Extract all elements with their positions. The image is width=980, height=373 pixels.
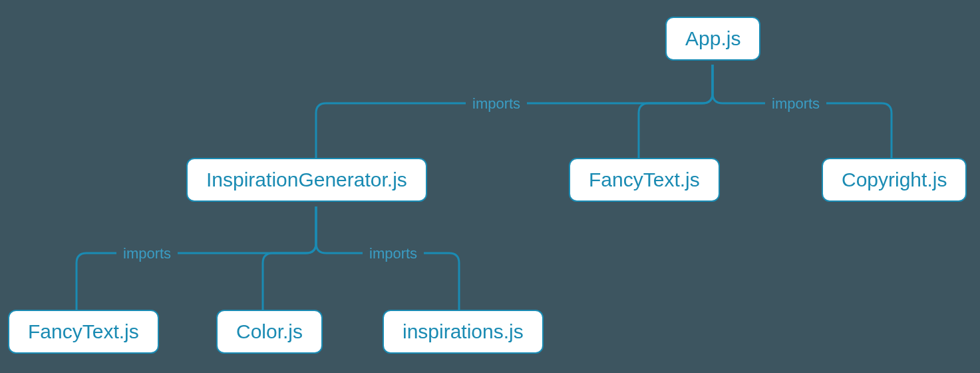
node-label: InspirationGenerator.js xyxy=(206,169,407,191)
node-label: FancyText.js xyxy=(28,320,139,343)
edge-label-imports: imports xyxy=(363,244,424,264)
edge-label-imports: imports xyxy=(466,94,527,114)
edge-label-text: imports xyxy=(772,95,820,112)
node-fancy-text-2: FancyText.js xyxy=(8,310,159,354)
node-label: Copyright.js xyxy=(842,169,947,191)
node-copyright: Copyright.js xyxy=(822,158,967,202)
edge-label-imports: imports xyxy=(116,244,178,264)
node-inspiration-generator: InspirationGenerator.js xyxy=(186,158,427,202)
node-color: Color.js xyxy=(216,310,323,354)
edge-label-text: imports xyxy=(472,95,520,112)
node-label: App.js xyxy=(685,27,740,50)
node-fancy-text-1: FancyText.js xyxy=(569,158,720,202)
node-label: FancyText.js xyxy=(589,169,700,191)
edge-label-imports: imports xyxy=(765,94,826,114)
node-inspirations: inspirations.js xyxy=(383,310,544,354)
node-app: App.js xyxy=(665,17,760,61)
edge-label-text: imports xyxy=(369,245,417,262)
edge-label-text: imports xyxy=(123,245,171,262)
node-label: Color.js xyxy=(236,320,303,343)
node-label: inspirations.js xyxy=(403,320,524,343)
